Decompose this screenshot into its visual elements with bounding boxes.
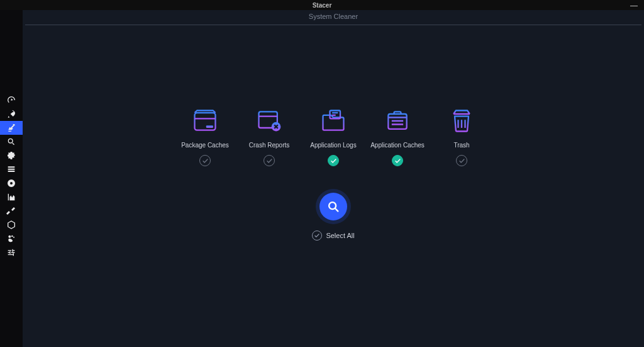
broom-icon	[6, 123, 16, 133]
category-row: Package Caches Crash Reports	[182, 106, 485, 166]
window-minimize-button[interactable]: —	[630, 1, 638, 10]
sidebar-item-uninstaller[interactable]	[0, 176, 23, 190]
sidebar	[0, 10, 23, 347]
magnifier-icon	[6, 137, 16, 147]
category-checkbox[interactable]	[199, 155, 211, 166]
package-icon	[6, 220, 16, 230]
category-label: Crash Reports	[249, 142, 289, 149]
category-checkbox[interactable]	[264, 155, 275, 166]
select-all-checkbox[interactable]	[312, 230, 322, 241]
cache-box-icon	[383, 106, 412, 135]
category-checkbox[interactable]	[456, 155, 467, 166]
sidebar-item-services[interactable]	[0, 149, 23, 162]
page-title: System Cleaner	[25, 13, 641, 25]
gauge-icon	[6, 95, 16, 105]
chart-icon	[6, 192, 16, 202]
select-all-toggle[interactable]: Select All	[312, 230, 354, 241]
category-application-logs[interactable]: Application Logs	[310, 106, 357, 166]
category-package-caches[interactable]: Package Caches	[182, 106, 228, 166]
category-label: Application Caches	[370, 142, 425, 149]
app-shell: System Cleaner Package Caches	[0, 10, 644, 347]
category-label: Application Logs	[310, 142, 356, 149]
content-area: Package Caches Crash Reports	[23, 25, 644, 347]
scan-controls: Select All	[312, 193, 354, 241]
category-crash-reports[interactable]: Crash Reports	[246, 106, 292, 166]
sidebar-item-dashboard[interactable]	[0, 93, 23, 107]
select-all-label: Select All	[326, 232, 354, 239]
category-checkbox[interactable]	[328, 155, 339, 166]
rocket-icon	[6, 109, 16, 119]
disc-icon	[6, 178, 16, 188]
sidebar-item-resources[interactable]	[0, 190, 23, 204]
sidebar-item-system-cleaner[interactable]	[0, 121, 23, 135]
category-label: Package Caches	[181, 142, 229, 149]
tools-icon	[6, 206, 16, 216]
scan-button[interactable]	[319, 193, 347, 220]
box-archive-icon	[191, 106, 219, 135]
sidebar-item-startup-apps[interactable]	[0, 107, 23, 121]
sidebar-item-gnome-settings[interactable]	[0, 232, 23, 246]
stack-icon	[6, 164, 16, 174]
window-titlebar: Stacer —	[0, 0, 644, 10]
gear-icon	[6, 151, 16, 161]
sidebar-item-helpers[interactable]	[0, 204, 23, 218]
sidebar-item-settings[interactable]	[0, 246, 23, 259]
category-label: Trash	[453, 142, 469, 149]
main-panel: System Cleaner Package Caches	[23, 10, 644, 347]
sidebar-item-search[interactable]	[0, 135, 23, 149]
sliders-icon	[6, 247, 16, 258]
trash-icon	[447, 106, 476, 135]
window-title: Stacer	[313, 2, 332, 9]
category-application-caches[interactable]: Application Caches	[374, 106, 421, 166]
foot-icon	[6, 234, 16, 244]
sidebar-item-processes[interactable]	[0, 162, 23, 176]
sidebar-item-apt-repos[interactable]	[0, 218, 23, 232]
category-trash[interactable]: Trash	[438, 106, 485, 166]
search-icon	[326, 200, 340, 213]
svg-rect-1	[206, 125, 213, 128]
category-checkbox[interactable]	[392, 155, 403, 166]
folder-document-icon	[319, 106, 348, 135]
window-error-icon	[255, 106, 284, 135]
